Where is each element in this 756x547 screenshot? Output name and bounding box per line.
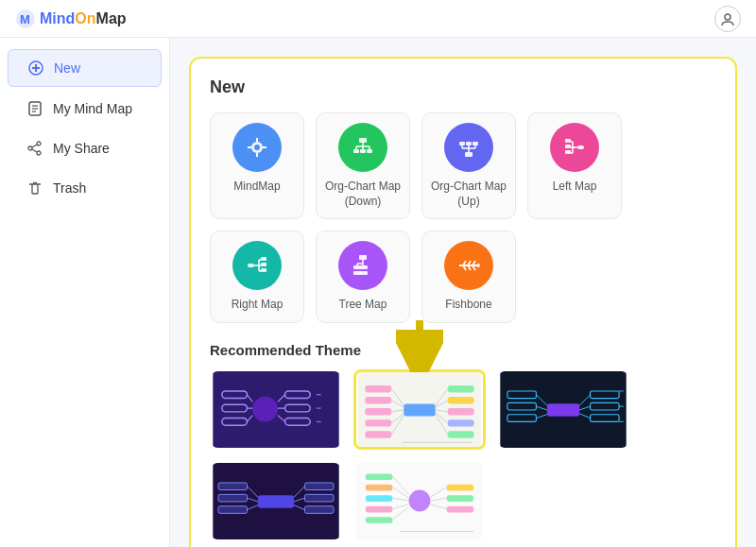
svg-rect-69 [360, 271, 368, 275]
svg-rect-33 [367, 149, 372, 153]
theme-item-3[interactable] [497, 369, 629, 450]
svg-rect-98 [365, 385, 391, 392]
svg-rect-138 [218, 483, 247, 490]
svg-rect-101 [365, 419, 391, 426]
svg-rect-108 [448, 385, 474, 392]
svg-rect-154 [366, 495, 393, 502]
theme-item-2[interactable] [353, 369, 486, 450]
svg-rect-156 [366, 517, 393, 523]
user-avatar[interactable] [714, 6, 741, 32]
fishbone-icon [444, 241, 493, 290]
sidebar: New My Mind Map [0, 38, 170, 547]
fishbone-label: Fishbone [445, 298, 491, 313]
theme-wrapper-2 [353, 369, 486, 450]
svg-rect-139 [218, 494, 247, 502]
mindmap-icon [232, 123, 282, 172]
svg-point-151 [409, 489, 431, 511]
mindmap-label: MindMap [233, 179, 280, 195]
themes-grid [210, 369, 716, 541]
arrow-indicator [396, 320, 443, 376]
svg-rect-109 [448, 397, 474, 403]
svg-rect-50 [565, 145, 571, 147]
svg-rect-99 [365, 397, 391, 403]
svg-rect-67 [353, 271, 361, 275]
svg-rect-25 [359, 138, 367, 143]
map-type-org-chart-up[interactable]: Org-Chart Map (Up) [421, 112, 516, 219]
svg-rect-58 [261, 257, 266, 260]
svg-line-14 [32, 149, 37, 152]
org-chart-down-icon [338, 123, 387, 172]
theme-item-5[interactable] [353, 461, 486, 541]
org-chart-up-label: Org-Chart Map (Up) [430, 179, 507, 209]
sidebar-item-my-mind-map[interactable]: My Mind Map [8, 91, 162, 127]
theme-item-1[interactable] [210, 369, 342, 450]
sidebar-item-trash-label: Trash [53, 180, 86, 196]
header: M MindOnMap [0, 0, 756, 38]
svg-rect-120 [547, 403, 579, 416]
right-map-icon [232, 241, 282, 290]
svg-rect-51 [565, 150, 571, 153]
logo: M MindOnMap [15, 9, 127, 29]
svg-rect-100 [365, 408, 391, 415]
svg-rect-152 [366, 473, 393, 480]
sidebar-item-trash[interactable]: Trash [8, 170, 162, 206]
svg-rect-163 [447, 495, 474, 502]
user-icon [720, 11, 735, 26]
map-type-mindmap[interactable]: MindMap [210, 112, 304, 219]
svg-rect-144 [304, 483, 333, 490]
svg-rect-31 [353, 149, 359, 153]
svg-rect-32 [360, 149, 366, 153]
svg-point-77 [476, 264, 480, 267]
left-map-icon [550, 123, 599, 172]
map-type-tree-map[interactable]: Tree Map [316, 231, 410, 323]
svg-rect-61 [359, 255, 367, 260]
svg-point-2 [725, 14, 730, 20]
svg-rect-146 [304, 506, 333, 514]
map-type-fishbone[interactable]: Fishbone [421, 231, 516, 323]
svg-rect-36 [472, 142, 478, 145]
svg-rect-35 [466, 142, 472, 145]
panel-title: New [210, 77, 716, 97]
share-icon [26, 140, 43, 157]
svg-rect-59 [261, 263, 266, 265]
svg-point-11 [28, 146, 32, 150]
svg-text:M: M [20, 12, 30, 26]
sidebar-item-new[interactable]: New [8, 49, 162, 87]
svg-rect-140 [218, 506, 247, 514]
theme-item-4[interactable] [210, 461, 342, 541]
svg-rect-112 [448, 431, 474, 437]
svg-point-20 [254, 145, 260, 150]
svg-rect-137 [258, 495, 294, 507]
svg-rect-68 [360, 265, 368, 269]
right-map-label: Right Map [232, 298, 284, 313]
map-type-right-map[interactable]: Right Map [210, 231, 304, 323]
tree-map-label: Tree Map [339, 298, 387, 313]
svg-rect-60 [261, 268, 266, 271]
svg-rect-34 [459, 142, 465, 145]
svg-rect-162 [447, 485, 474, 491]
logo-text: MindOnMap [40, 10, 127, 27]
svg-rect-153 [366, 485, 393, 491]
content-area: New MindMap [170, 38, 756, 547]
svg-point-10 [37, 142, 41, 145]
map-types-grid: MindMap [210, 112, 716, 323]
svg-rect-66 [353, 265, 361, 269]
org-chart-up-icon [444, 123, 493, 172]
svg-rect-145 [304, 494, 333, 502]
map-type-left-map[interactable]: Left Map [527, 112, 622, 219]
sidebar-item-my-share-label: My Share [53, 141, 110, 156]
svg-rect-42 [465, 152, 472, 157]
sidebar-item-my-share[interactable]: My Share [8, 130, 162, 166]
plus-icon [27, 60, 44, 77]
org-chart-down-label: Org-Chart Map (Down) [324, 179, 402, 209]
svg-rect-97 [404, 403, 435, 416]
svg-rect-49 [565, 139, 571, 142]
left-map-label: Left Map [553, 179, 597, 195]
svg-rect-164 [447, 506, 474, 513]
svg-rect-111 [448, 419, 474, 426]
file-icon [26, 100, 43, 117]
tree-map-icon [338, 241, 387, 290]
svg-rect-155 [366, 506, 393, 513]
trash-icon [26, 179, 43, 197]
map-type-org-chart-down[interactable]: Org-Chart Map (Down) [316, 112, 410, 219]
